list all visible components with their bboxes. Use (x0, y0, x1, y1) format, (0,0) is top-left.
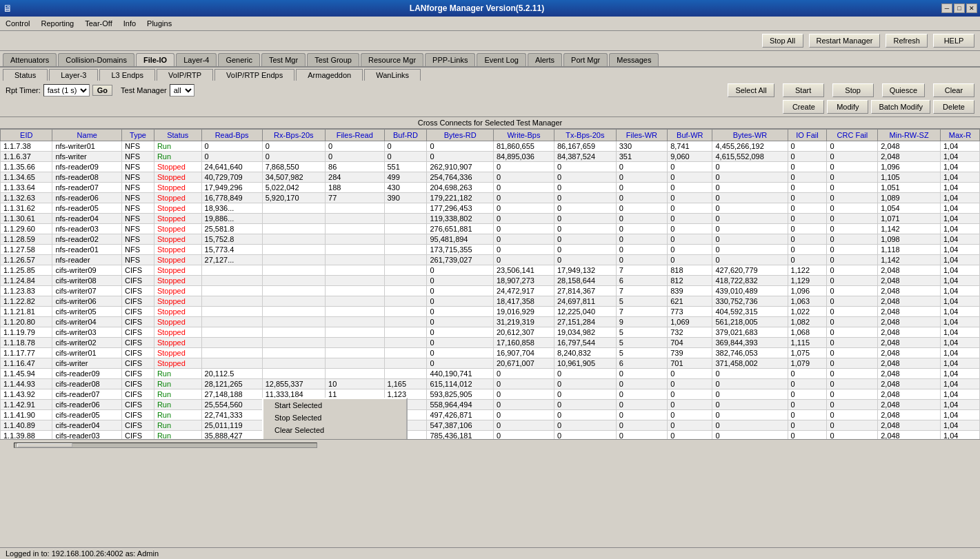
tab-messages[interactable]: Messages (609, 53, 659, 66)
subtab-voip-rtp-endps[interactable]: VoIP/RTP Endps (214, 69, 294, 81)
tab-test-mgr[interactable]: Test Mgr (261, 53, 306, 66)
menu-info[interactable]: Info (121, 18, 139, 29)
col-buf-wr[interactable]: Buf-WR (668, 130, 712, 141)
subtab-wanlinks[interactable]: WanLinks (364, 69, 421, 81)
table-row[interactable]: 1.1.23.83cifs-writer07CIFSStopped024,472… (1, 286, 980, 296)
table-row[interactable]: 1.1.6.37nfs-writerNFSRun0000084,895,0368… (1, 152, 980, 162)
minimize-button[interactable]: ─ (941, 3, 952, 13)
batch-modify-button[interactable]: Batch Modify (871, 100, 930, 114)
select-all-button[interactable]: Select All (728, 83, 774, 97)
tab-file-io[interactable]: File-IO (136, 53, 174, 66)
delete-button[interactable]: Delete (933, 100, 974, 114)
ctx-stop[interactable]: Stop Selected (263, 411, 406, 424)
refresh-button[interactable]: Refresh (886, 34, 928, 48)
col-files-read[interactable]: Files-Read (326, 130, 384, 141)
tab-port-mgr[interactable]: Port Mgr (563, 53, 608, 66)
menu-reporting[interactable]: Reporting (38, 18, 77, 29)
table-row[interactable]: 1.1.7.38nfs-writer01NFSRun0000081,860,65… (1, 141, 980, 152)
ctx-modify[interactable]: Modify Selected (263, 436, 406, 439)
table-row[interactable]: 1.1.34.65nfs-reader08NFSStopped40,729,70… (1, 172, 980, 183)
table-row[interactable]: 1.1.29.60nfs-reader03NFSStopped25,581.82… (1, 224, 980, 234)
col-files-wr[interactable]: Files-WR (616, 130, 668, 141)
subtab-l3-endps[interactable]: L3 Endps (99, 69, 154, 81)
start-button[interactable]: Start (783, 83, 824, 97)
col-bytes-rd[interactable]: Bytes-RD (427, 130, 493, 141)
close-button[interactable]: ✕ (966, 3, 977, 13)
table-row[interactable]: 1.1.21.81cifs-writer05CIFSStopped019,016… (1, 307, 980, 317)
tab-collision-domains[interactable]: Collision-Domains (58, 53, 134, 66)
rpt-timer-select[interactable]: fast (1 s) (43, 84, 90, 96)
col-crc-fail[interactable]: CRC Fail (827, 130, 878, 141)
table-row[interactable]: 1.1.43.92cifs-reader07CIFSRun27,148,1881… (1, 389, 980, 400)
col-io-fail[interactable]: IO Fail (788, 130, 827, 141)
table-row[interactable]: 1.1.16.47cifs-writerCIFSStopped020,671,0… (1, 358, 980, 369)
subtab-status[interactable]: Status (3, 69, 48, 81)
col-name[interactable]: Name (52, 130, 122, 141)
table-row[interactable]: 1.1.18.78cifs-writer02CIFSStopped017,160… (1, 338, 980, 348)
col-bytes-wr[interactable]: Bytes-WR (712, 130, 788, 141)
col-read-bps[interactable]: Read-Bps (201, 130, 262, 141)
table-row[interactable]: 1.1.19.79cifs-writer03CIFSStopped020,612… (1, 327, 980, 338)
test-manager-select[interactable]: all (170, 84, 194, 96)
table-row[interactable]: 1.1.24.84cifs-writer08CIFSStopped018,907… (1, 276, 980, 286)
ctx-clear[interactable]: Clear Selected (263, 424, 406, 436)
clear-button[interactable]: Clear (933, 83, 974, 97)
table-row[interactable]: 1.1.30.61nfs-reader04NFSStopped19,886...… (1, 214, 980, 224)
col-rx-bps-20s[interactable]: Rx-Bps-20s (262, 130, 325, 141)
table-row[interactable]: 1.1.39.88cifs-reader03CIFSRun35,888,4273… (1, 431, 980, 440)
table-row[interactable]: 1.1.26.57nfs-readerNFSStopped27,127...26… (1, 255, 980, 265)
stop-button[interactable]: Stop (832, 83, 874, 97)
table-row[interactable]: 1.1.32.63nfs-reader06NFSStopped16,778,84… (1, 193, 980, 203)
table-row[interactable]: 1.1.42.91cifs-reader06CIFSRun25,554,5601… (1, 400, 980, 410)
create-button[interactable]: Create (783, 100, 824, 114)
col-max-r[interactable]: Max-R (940, 130, 979, 141)
quiesce-button[interactable]: Quiesce (882, 83, 925, 97)
maximize-button[interactable]: □ (954, 3, 965, 13)
ctx-start[interactable]: Start Selected (263, 399, 406, 411)
subtab-layer3[interactable]: Layer-3 (49, 69, 98, 81)
modify-button[interactable]: Modify (827, 100, 868, 114)
table-row[interactable]: 1.1.25.85cifs-writer09CIFSStopped023,506… (1, 265, 980, 276)
menu-tear-off[interactable]: Tear-Off (82, 18, 115, 29)
tab-event-log[interactable]: Event Log (477, 53, 526, 66)
col-tx-bps-20s[interactable]: Tx-Bps-20s (554, 130, 616, 141)
table-row[interactable]: 1.1.44.93cifs-reader08CIFSRun28,121,2651… (1, 379, 980, 389)
horizontal-scrollbar[interactable] (0, 439, 980, 450)
table-cell: 1.1.19.79 (1, 327, 52, 338)
tab-alerts[interactable]: Alerts (528, 53, 562, 66)
table-row[interactable]: 1.1.17.77cifs-writer01CIFSStopped016,907… (1, 348, 980, 358)
data-table-container[interactable]: EID Name Type Status Read-Bps Rx-Bps-20s… (0, 129, 980, 439)
table-cell: 25,581.8 (201, 224, 262, 234)
tab-test-group[interactable]: Test Group (307, 53, 359, 66)
table-row[interactable]: 1.1.20.80cifs-writer04CIFSStopped031,219… (1, 317, 980, 327)
subtab-armageddon[interactable]: Armageddon (296, 69, 363, 81)
tab-resource-mgr[interactable]: Resource Mgr (361, 53, 423, 66)
table-row[interactable]: 1.1.35.66nfs-reader09NFSStopped24,641,64… (1, 162, 980, 172)
tab-attenuators[interactable]: Attenuators (3, 53, 57, 66)
table-row[interactable]: 1.1.40.89cifs-reader04CIFSRun25,011,1193… (1, 420, 980, 431)
subtab-voip-rtp[interactable]: VoIP/RTP (157, 69, 213, 81)
tab-ppp-links[interactable]: PPP-Links (425, 53, 475, 66)
restart-manager-button[interactable]: Restart Manager (809, 34, 881, 48)
help-button[interactable]: HELP (933, 34, 974, 48)
table-row[interactable]: 1.1.31.62nfs-reader05NFSStopped18,936...… (1, 203, 980, 214)
table-row[interactable]: 1.1.28.59nfs-reader02NFSStopped15,752.89… (1, 234, 980, 245)
table-row[interactable]: 1.1.27.58nfs-reader01NFSStopped15,773.41… (1, 245, 980, 255)
menu-plugins[interactable]: Plugins (144, 18, 174, 29)
menu-control[interactable]: Control (3, 18, 32, 29)
tab-generic[interactable]: Generic (218, 53, 260, 66)
table-cell (262, 265, 325, 276)
col-buf-rd[interactable]: Buf-RD (384, 130, 427, 141)
tab-layer4[interactable]: Layer-4 (176, 53, 217, 66)
table-row[interactable]: 1.1.41.90cifs-reader05CIFSRun22,741,3331… (1, 410, 980, 420)
table-row[interactable]: 1.1.22.82cifs-writer06CIFSStopped018,417… (1, 296, 980, 307)
col-write-bps[interactable]: Write-Bps (493, 130, 554, 141)
table-row[interactable]: 1.1.33.64nfs-reader07NFSStopped17,949,29… (1, 183, 980, 193)
table-row[interactable]: 1.1.45.94cifs-reader09CIFSRun20,112.5440… (1, 369, 980, 379)
col-status[interactable]: Status (154, 130, 201, 141)
col-eid[interactable]: EID (1, 130, 52, 141)
stop-all-button[interactable]: Stop All (762, 34, 803, 48)
go-button[interactable]: Go (92, 85, 112, 96)
col-type[interactable]: Type (122, 130, 154, 141)
col-min-rw-sz[interactable]: Min-RW-SZ (878, 130, 941, 141)
